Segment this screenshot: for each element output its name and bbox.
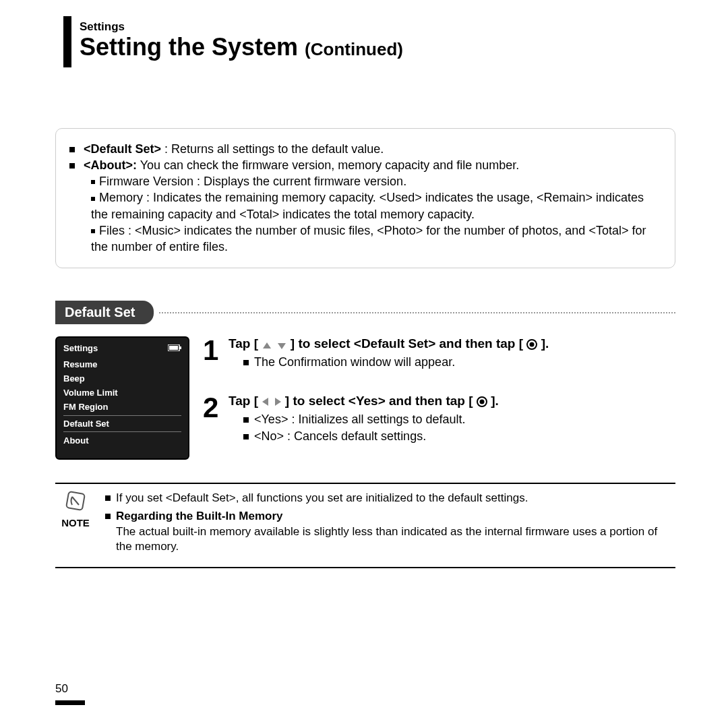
- menu-item-default-set: Default Set: [63, 415, 181, 432]
- step-1-number: 1: [203, 336, 229, 365]
- svg-rect-2: [179, 346, 181, 349]
- page-content: Settings Setting the System (Continued) …: [55, 20, 675, 568]
- step-2-number: 2: [203, 394, 229, 422]
- info-sub-firmware: Firmware Version : Displays the current …: [88, 173, 661, 189]
- select-icon: [526, 339, 537, 350]
- steps: 1 Tap [ ] to select <Default Set> and th…: [203, 336, 675, 468]
- bullet-icon: [105, 495, 111, 501]
- about-text: You can check the firmware version, memo…: [137, 158, 519, 172]
- title-continued: (Continued): [305, 39, 403, 59]
- note-line-2-body: The actual built-in memory available is …: [116, 524, 675, 555]
- step-1-title: Tap [ ] to select <Default Set> and then…: [229, 336, 675, 351]
- bullet-icon: [243, 360, 249, 365]
- device-title: Settings: [63, 343, 98, 353]
- bullet-icon: [243, 417, 249, 423]
- svg-marker-3: [263, 342, 271, 348]
- step-2-no: <No> : Cancels default settings.: [243, 429, 675, 444]
- device-screen: Settings Resume Beep Volume Limit FM Reg…: [55, 336, 189, 460]
- note-icon: [65, 491, 86, 511]
- info-default-set: <Default Set> : Returns all settings to …: [69, 141, 661, 157]
- page-number: 50: [55, 682, 68, 696]
- menu-item-resume: Resume: [63, 357, 181, 371]
- info-box: <Default Set> : Returns all settings to …: [55, 128, 675, 268]
- about-label: <About>:: [84, 158, 137, 172]
- up-icon: [262, 342, 272, 350]
- note-line-2-label: Regarding the Built-In Memory: [116, 510, 282, 522]
- svg-point-6: [530, 342, 535, 346]
- note-box: NOTE If you set <Default Set>, all funct…: [55, 483, 675, 569]
- default-set-text: : Returns all settings to the default va…: [161, 142, 384, 156]
- menu-item-fm-region: FM Region: [63, 400, 181, 414]
- note-line-2: Regarding the Built-In Memory The actual…: [105, 509, 675, 555]
- bullet-sm-icon: [91, 197, 95, 201]
- title-main: Setting the System: [80, 33, 298, 61]
- bullet-icon: [69, 147, 75, 152]
- left-icon: [262, 396, 270, 407]
- step-1-sub: The Confirmation window will appear.: [243, 355, 675, 369]
- step-1: 1 Tap [ ] to select <Default Set> and th…: [203, 336, 675, 369]
- step-2-title: Tap [ ] to select <Yes> and then tap [ ]…: [229, 394, 675, 408]
- svg-rect-1: [169, 346, 178, 350]
- select-icon: [477, 396, 487, 407]
- svg-point-10: [479, 399, 484, 404]
- battery-icon: [168, 344, 181, 351]
- svg-marker-8: [275, 398, 281, 406]
- section-heading: Default Set: [55, 301, 154, 324]
- page-number-bar: [55, 700, 85, 705]
- right-icon: [274, 396, 282, 407]
- default-set-label: <Default Set>: [84, 142, 161, 156]
- step-2-yes: <Yes> : Initializes all settings to defa…: [243, 413, 675, 427]
- menu-item-about: About: [63, 433, 181, 448]
- device-menu-list: Resume Beep Volume Limit FM Region Defau…: [63, 357, 181, 448]
- step-2: 2 Tap [ ] to select <Yes> and then tap […: [203, 394, 675, 444]
- section-label: Settings: [80, 20, 675, 34]
- info-sub-memory: Memory : Indicates the remaining memory …: [88, 189, 661, 222]
- note-line-1: If you set <Default Set>, all functions …: [105, 491, 675, 506]
- bullet-icon: [69, 163, 75, 169]
- bullet-icon: [105, 514, 111, 519]
- menu-item-volume-limit: Volume Limit: [63, 386, 181, 400]
- bullet-sm-icon: [91, 229, 95, 233]
- svg-marker-7: [262, 398, 268, 406]
- note-label: NOTE: [55, 517, 96, 528]
- info-sub-files: Files : <Music> indicates the number of …: [88, 222, 661, 255]
- bullet-sm-icon: [91, 180, 95, 184]
- page-title: Setting the System (Continued): [80, 34, 675, 61]
- section-divider-dots: [159, 311, 675, 313]
- info-about: <About>: You can check the firmware vers…: [69, 157, 661, 173]
- menu-item-beep: Beep: [63, 371, 181, 386]
- svg-marker-4: [278, 343, 286, 349]
- down-icon: [276, 342, 287, 350]
- bullet-icon: [243, 434, 249, 439]
- section-heading-row: Default Set: [55, 301, 675, 324]
